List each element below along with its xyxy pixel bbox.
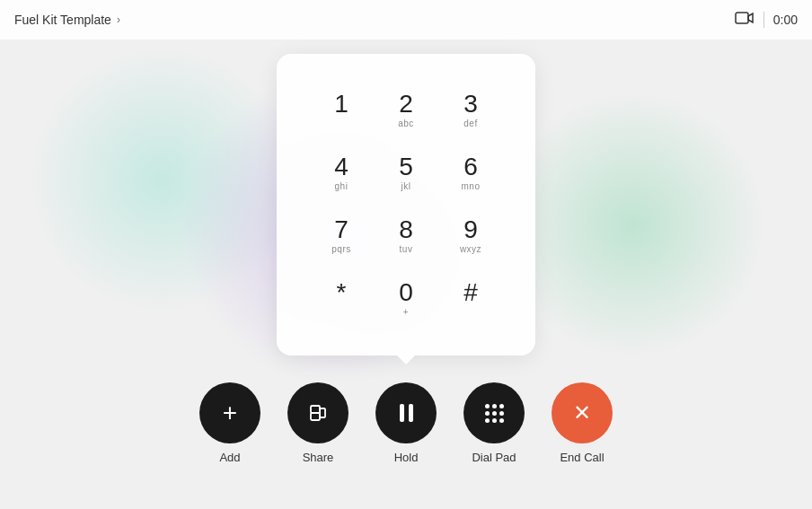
add-button[interactable]: + bbox=[199, 382, 260, 443]
dialpad-key-8[interactable]: 8 tuv bbox=[374, 205, 438, 268]
dialpad-key-9[interactable]: 9 wxyz bbox=[438, 205, 503, 268]
add-control[interactable]: + Add bbox=[199, 382, 260, 464]
dialpad-arrow bbox=[397, 355, 415, 364]
dialpad-key-4[interactable]: 4 ghi bbox=[309, 142, 374, 205]
hold-control[interactable]: Hold bbox=[375, 382, 437, 464]
end-call-button[interactable]: ✕ bbox=[552, 382, 613, 443]
dialpad-key-*[interactable]: * bbox=[309, 268, 374, 330]
dialpad-key-3[interactable]: 3 def bbox=[438, 79, 503, 142]
controls-row: + Add Share Hold bbox=[199, 382, 613, 464]
dialpad-key-#[interactable]: # bbox=[438, 268, 503, 330]
app-title: Fuel Kit Template bbox=[14, 13, 111, 27]
share-button[interactable] bbox=[287, 382, 349, 443]
call-timer: 0:00 bbox=[773, 13, 798, 27]
dialpad-button[interactable] bbox=[463, 382, 525, 443]
dialpad-key-1[interactable]: 1 bbox=[309, 79, 374, 142]
hold-label: Hold bbox=[394, 451, 419, 464]
hold-icon bbox=[400, 404, 413, 422]
dialpad-container: 1 2 abc 3 def 4 ghi 5 jkl 6 mno 7 pqrs 8… bbox=[277, 54, 535, 355]
main-content: 1 2 abc 3 def 4 ghi 5 jkl 6 mno 7 pqrs 8… bbox=[0, 39, 812, 509]
topbar-divider bbox=[763, 12, 764, 28]
plus-icon: + bbox=[223, 399, 237, 427]
chevron-icon: › bbox=[117, 13, 120, 26]
video-icon[interactable] bbox=[735, 11, 755, 29]
dialpad-key-2[interactable]: 2 abc bbox=[374, 79, 438, 142]
topbar: Fuel Kit Template › 0:00 bbox=[0, 0, 812, 39]
dialpad-key-5[interactable]: 5 jkl bbox=[374, 142, 438, 205]
dialpad-label: Dial Pad bbox=[472, 451, 516, 464]
add-label: Add bbox=[219, 451, 240, 464]
dialpad-control[interactable]: Dial Pad bbox=[463, 382, 525, 464]
share-icon bbox=[306, 401, 330, 425]
dialpad-key-7[interactable]: 7 pqrs bbox=[309, 205, 374, 268]
x-icon: ✕ bbox=[573, 400, 591, 426]
dialpad-icon bbox=[485, 404, 504, 423]
topbar-right: 0:00 bbox=[735, 11, 798, 29]
svg-rect-1 bbox=[311, 406, 320, 413]
topbar-left: Fuel Kit Template › bbox=[14, 13, 120, 27]
end-call-label: End Call bbox=[560, 451, 604, 464]
dialpad-key-0[interactable]: 0 + bbox=[374, 268, 438, 330]
svg-rect-0 bbox=[736, 13, 748, 23]
dialpad-grid: 1 2 abc 3 def 4 ghi 5 jkl 6 mno 7 pqrs 8… bbox=[309, 79, 503, 330]
svg-rect-2 bbox=[311, 413, 320, 420]
hold-button[interactable] bbox=[375, 382, 437, 443]
share-control[interactable]: Share bbox=[287, 382, 349, 464]
dialpad-key-6[interactable]: 6 mno bbox=[438, 142, 503, 205]
svg-rect-3 bbox=[320, 408, 325, 417]
share-label: Share bbox=[303, 451, 334, 464]
end-call-control[interactable]: ✕ End Call bbox=[552, 382, 613, 464]
